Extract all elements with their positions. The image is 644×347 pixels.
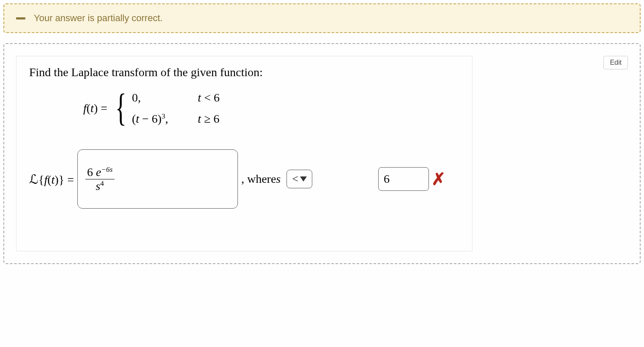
feedback-banner: Your answer is partially correct.	[3, 3, 641, 33]
left-brace-icon: {	[115, 91, 127, 126]
select-value: <	[292, 173, 298, 185]
op-paren-close: )	[55, 173, 58, 186]
transform-fraction: 6 e−6s s4	[85, 165, 115, 193]
case2-condition: t ≥ 6	[198, 112, 220, 126]
case2-comma: ,	[165, 112, 168, 125]
case2-value: (t − 6)3,	[132, 112, 168, 126]
den-exp: 4	[100, 179, 104, 187]
question-panel: Edit Find the Laplace transform of the g…	[3, 43, 641, 264]
brace-wrapper: { 0, t < 6 (t − 6)3, t ≥ 6	[112, 91, 220, 126]
function-lhs: f(t) =	[83, 102, 107, 115]
case2-cond-var: t	[198, 112, 201, 125]
piecewise-definition: f(t) = { 0, t < 6 (t − 6)3, t ≥ 6	[83, 91, 459, 126]
case2-power: 3	[161, 112, 165, 120]
case2-val: 6	[213, 112, 219, 125]
where-var: s	[276, 172, 281, 186]
case2-rel: ≥	[201, 112, 213, 125]
answer-equals: =	[64, 173, 74, 186]
case1-rel: <	[201, 91, 214, 104]
func-name: f	[83, 102, 87, 115]
num-exp: −6s	[101, 165, 112, 174]
case1-var: t	[198, 91, 201, 104]
fraction-denominator: s4	[94, 179, 106, 193]
minus-icon	[16, 17, 25, 19]
num-coeff: 6	[87, 165, 96, 179]
incorrect-icon: ✗	[431, 169, 446, 189]
func-var: t	[90, 102, 94, 115]
constraint-value-input[interactable]: 6	[378, 167, 429, 191]
comparison-select[interactable]: <	[287, 170, 312, 188]
case2-op: − 6	[139, 112, 158, 125]
where-label: , where	[241, 172, 276, 186]
chevron-down-icon	[300, 176, 307, 182]
case1-val: 6	[214, 91, 220, 104]
equals: =	[98, 102, 107, 115]
cases-grid: 0, t < 6 (t − 6)3, t ≥ 6	[132, 91, 220, 126]
num-base: e	[96, 165, 101, 179]
laplace-operator-lhs: ℒ{f(t)} =	[29, 172, 74, 187]
edit-button[interactable]: Edit	[603, 56, 628, 69]
question-body: Find the Laplace transform of the given …	[16, 56, 472, 251]
paren-close: )	[94, 102, 98, 115]
case2-open: (	[132, 112, 136, 125]
brace-open: {	[38, 173, 44, 186]
transform-input[interactable]: 6 e−6s s4	[77, 149, 238, 209]
fraction-numerator: 6 e−6s	[85, 165, 115, 179]
paren-open: (	[87, 102, 90, 115]
den-base: s	[96, 179, 100, 193]
op-paren-open: (	[47, 173, 51, 186]
question-prompt: Find the Laplace transform of the given …	[29, 66, 459, 79]
case1-condition: t < 6	[198, 91, 220, 105]
value-text: 6	[384, 172, 390, 186]
case1-value: 0,	[132, 91, 168, 105]
feedback-message: Your answer is partially correct.	[34, 13, 163, 24]
script-l-icon: ℒ	[29, 172, 38, 186]
answer-row: ℒ{f(t)} = 6 e−6s s4 , where s < 6	[29, 149, 459, 209]
brace-close: }	[59, 173, 64, 186]
